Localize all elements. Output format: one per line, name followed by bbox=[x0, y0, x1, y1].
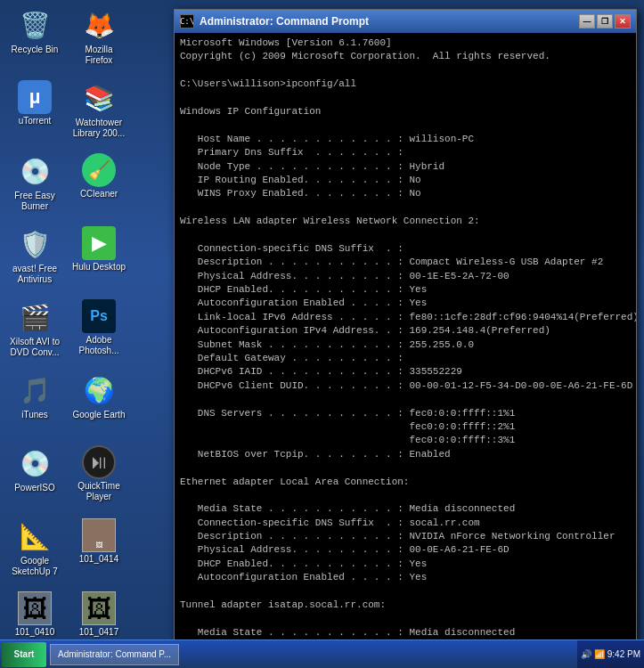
thumb-0414-label: 101_0414 bbox=[71, 554, 126, 565]
hulu-label: Hulu Desktop bbox=[71, 262, 126, 273]
desktop-icon-xilsoft[interactable]: 🎬 Xilsoft AVI to DVD Conv... bbox=[4, 297, 65, 368]
cmd-title-text: Administrator: Command Prompt bbox=[200, 15, 579, 28]
tray-icons: 🔊 📶 bbox=[581, 649, 605, 659]
desktop-icon-recycle-bin[interactable]: 🗑️ Recycle Bin bbox=[4, 4, 65, 76]
ccleaner-icon: 🧹 bbox=[82, 153, 116, 187]
sketchup-label: Google SketchUp 7 bbox=[7, 556, 62, 577]
hulu-icon: ▶ bbox=[82, 226, 116, 260]
utorrent-label: uTorrent bbox=[7, 116, 62, 126]
cmd-output[interactable]: Microsoft Windows [Version 6.1.7600] Cop… bbox=[175, 33, 636, 649]
thumb-0417-label: 101_0417 bbox=[71, 627, 126, 638]
clock: 9:42 PM bbox=[607, 649, 640, 659]
google-earth-icon: 🌍 bbox=[81, 372, 117, 408]
taskbar-cmd-item[interactable]: Administrator: Command P... bbox=[50, 644, 179, 665]
desktop-icon-itunes[interactable]: 🎵 iTunes bbox=[4, 370, 65, 441]
avast-icon: 🛡️ bbox=[17, 226, 53, 262]
restore-button[interactable]: ❐ bbox=[597, 14, 613, 29]
desktop-icon-avast[interactable]: 🛡️ avast! Free Antivirus bbox=[4, 224, 65, 295]
thumb-0414-icon: 🖼 bbox=[82, 518, 116, 552]
quicktime-icon: ⏯ bbox=[82, 445, 116, 479]
desktop-icon-utorrent[interactable]: µ uTorrent bbox=[4, 77, 65, 149]
google-earth-label: Google Earth bbox=[71, 410, 126, 420]
minimize-button[interactable]: — bbox=[579, 14, 595, 29]
firefox-icon: 🦊 bbox=[81, 7, 117, 43]
desktop-icon-ccleaner[interactable]: 🧹 CCleaner bbox=[69, 151, 129, 222]
photoshop-label: Adobe Photosh... bbox=[71, 335, 126, 356]
watchtower-label: Watchtower Library 200... bbox=[71, 118, 126, 139]
cmd-window: C:\ Administrator: Command Prompt — ❐ ✕ … bbox=[174, 9, 637, 650]
ccleaner-label: CCleaner bbox=[71, 189, 126, 200]
desktop-icon-poweriso[interactable]: 💿 PowerISO bbox=[4, 443, 65, 514]
desktop: 🗑️ Recycle Bin 🦊 Mozilla Firefox µ uTorr… bbox=[0, 0, 644, 668]
firefox-label: Mozilla Firefox bbox=[71, 45, 126, 66]
easy-burner-label: Free Easy Burner bbox=[7, 191, 62, 212]
itunes-label: iTunes bbox=[7, 410, 62, 420]
cmd-window-controls: — ❐ ✕ bbox=[579, 14, 631, 29]
desktop-icon-google-earth[interactable]: 🌍 Google Earth bbox=[69, 370, 129, 441]
xilsoft-icon: 🎬 bbox=[17, 299, 53, 335]
cmd-titlebar: C:\ Administrator: Command Prompt — ❐ ✕ bbox=[175, 10, 636, 33]
thumb-0417-icon: 🖼 bbox=[82, 591, 116, 625]
recycle-bin-label: Recycle Bin bbox=[7, 45, 62, 55]
utorrent-icon: µ bbox=[18, 80, 52, 114]
photoshop-icon: Ps bbox=[82, 299, 116, 333]
start-button[interactable]: Start bbox=[2, 642, 46, 667]
desktop-icon-free-easy-burner[interactable]: 💿 Free Easy Burner bbox=[4, 151, 65, 222]
close-button[interactable]: ✕ bbox=[615, 14, 631, 29]
avast-label: avast! Free Antivirus bbox=[7, 264, 62, 285]
watchtower-icon: 📚 bbox=[81, 80, 117, 116]
desktop-icon-photoshop[interactable]: Ps Adobe Photosh... bbox=[69, 297, 129, 368]
desktop-icon-watchtower[interactable]: 📚 Watchtower Library 200... bbox=[69, 77, 129, 149]
taskbar: Start Administrator: Command P... 🔊 📶 9:… bbox=[0, 639, 644, 668]
thumb-0410-label: 101_0410 bbox=[7, 627, 62, 638]
quicktime-label: QuickTime Player bbox=[71, 481, 126, 502]
easy-burner-icon: 💿 bbox=[17, 153, 53, 189]
desktop-icon-firefox[interactable]: 🦊 Mozilla Firefox bbox=[69, 4, 129, 76]
poweriso-icon: 💿 bbox=[17, 445, 53, 481]
recycle-bin-icon: 🗑️ bbox=[17, 7, 53, 43]
desktop-icon-hulu[interactable]: ▶ Hulu Desktop bbox=[69, 224, 129, 295]
cmd-title-icon: C:\ bbox=[180, 14, 194, 29]
desktop-icons-container: 🗑️ Recycle Bin 🦊 Mozilla Firefox µ uTorr… bbox=[4, 4, 131, 668]
thumb-0410-icon: 🖼 bbox=[18, 591, 52, 625]
xilsoft-label: Xilsoft AVI to DVD Conv... bbox=[7, 337, 62, 358]
system-tray: 🔊 📶 9:42 PM bbox=[577, 640, 644, 668]
itunes-icon: 🎵 bbox=[17, 372, 53, 408]
desktop-icon-thumb-0414[interactable]: 🖼 101_0414 bbox=[69, 516, 129, 587]
poweriso-label: PowerISO bbox=[7, 483, 62, 493]
desktop-icon-quicktime[interactable]: ⏯ QuickTime Player bbox=[69, 443, 129, 514]
desktop-icon-sketchup[interactable]: 📐 Google SketchUp 7 bbox=[4, 516, 65, 587]
sketchup-icon: 📐 bbox=[17, 518, 53, 554]
